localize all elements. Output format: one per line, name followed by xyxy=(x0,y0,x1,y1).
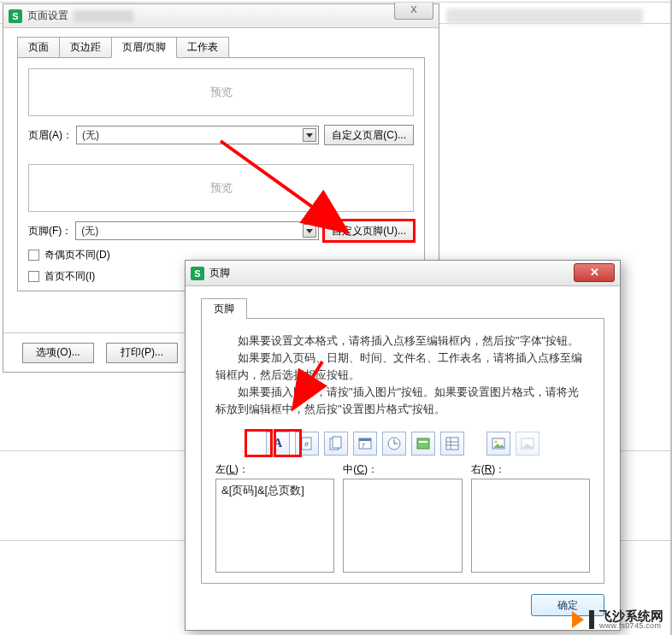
total-pages-button[interactable] xyxy=(324,432,348,456)
instruction-1: 如果要设置文本格式，请将插入点移至编辑框内，然后按"字体"按钮。 xyxy=(215,332,590,350)
instruction-2: 如果要加入页码、日期、时间、文件名、工作表名，请将插入点移至编辑框内，然后选择相… xyxy=(215,350,590,384)
custom-footer-button[interactable]: 自定义页脚(U)... xyxy=(324,220,414,241)
header-preview: 预览 xyxy=(28,68,414,116)
time-button[interactable] xyxy=(382,432,406,456)
right-section-label: 右(R)： xyxy=(471,462,590,477)
tab-page[interactable]: 页面 xyxy=(17,37,60,57)
header-label: 页眉(A)： xyxy=(28,128,73,143)
website-watermark: 飞沙系统网 www.fs0745.com xyxy=(572,609,663,630)
right-section-input[interactable] xyxy=(471,479,590,573)
font-button[interactable]: A xyxy=(266,432,290,456)
obscured-title-text xyxy=(74,10,133,22)
format-picture-button[interactable] xyxy=(516,432,539,456)
close-button[interactable]: ✕ xyxy=(574,263,615,282)
total-pages-icon xyxy=(328,436,344,451)
page-setup-tabs: 页面 页边距 页眉/页脚 工作表 xyxy=(17,37,439,57)
chevron-down-icon xyxy=(303,224,316,238)
font-icon: A xyxy=(274,437,282,450)
svg-rect-6 xyxy=(359,438,371,441)
svg-rect-13 xyxy=(446,438,458,450)
first-page-diff-checkbox[interactable] xyxy=(28,271,39,282)
center-section-input[interactable] xyxy=(343,479,462,573)
svg-rect-12 xyxy=(419,441,427,443)
svg-rect-11 xyxy=(417,438,429,449)
obscured-header-text xyxy=(446,9,643,24)
app-icon: S xyxy=(9,9,22,23)
path-icon xyxy=(416,436,431,451)
format-picture-icon xyxy=(520,436,535,451)
tab-margin[interactable]: 页边距 xyxy=(59,37,112,57)
header-combo[interactable]: (无) xyxy=(76,126,319,144)
close-icon: X xyxy=(410,4,416,15)
watermark-url: www.fs0745.com xyxy=(599,622,663,630)
svg-text:#: # xyxy=(304,440,309,449)
odd-even-diff-label: 奇偶页不同(D) xyxy=(44,248,110,262)
sheet-icon xyxy=(445,436,460,451)
options-button[interactable]: 选项(O)... xyxy=(22,343,94,363)
header-combo-value: (无) xyxy=(82,128,99,143)
page-number-icon: # xyxy=(299,436,315,451)
tab-footer[interactable]: 页脚 xyxy=(201,298,247,319)
chevron-down-icon xyxy=(303,128,316,142)
page-setup-titlebar[interactable]: S 页面设置 X xyxy=(3,4,439,28)
custom-header-button[interactable]: 自定义页眉(C)... xyxy=(324,125,414,145)
date-button[interactable]: 7 xyxy=(353,432,377,456)
left-section-input[interactable]: &[页码]&[总页数] xyxy=(215,479,334,573)
insert-picture-icon xyxy=(491,436,506,451)
footer-preview: 预览 xyxy=(28,164,414,212)
tab-header-footer[interactable]: 页眉/页脚 xyxy=(111,37,177,58)
footer-combo[interactable]: (无) xyxy=(75,221,319,240)
page-setup-title: 页面设置 xyxy=(27,9,68,23)
sheet-name-button[interactable] xyxy=(440,432,464,456)
footer-dialog-titlebar[interactable]: S 页脚 ✕ xyxy=(186,261,620,286)
svg-text:7: 7 xyxy=(362,443,365,449)
insert-picture-button[interactable] xyxy=(486,432,510,456)
first-page-diff-label: 首页不同(I) xyxy=(44,269,95,284)
time-icon xyxy=(386,436,402,451)
footer-combo-value: (无) xyxy=(81,224,98,238)
odd-even-diff-checkbox[interactable] xyxy=(28,250,39,261)
app-icon: S xyxy=(191,267,204,280)
instruction-3: 如果要插入图片，请按"插入图片"按钮。如果要设置图片格式，请将光标放到编辑框中，… xyxy=(215,384,590,418)
left-section-label: 左(L)： xyxy=(215,462,334,477)
page-number-button[interactable]: # xyxy=(295,432,319,456)
close-button[interactable]: X xyxy=(394,3,433,20)
tab-sheet[interactable]: 工作表 xyxy=(176,37,229,57)
svg-rect-4 xyxy=(333,437,341,448)
svg-point-18 xyxy=(495,441,498,444)
print-button[interactable]: 打印(P)... xyxy=(106,343,178,363)
footer-toolbar: A # 7 xyxy=(215,432,590,456)
center-section-label: 中(C)： xyxy=(343,462,462,477)
watermark-logo-bar xyxy=(589,610,594,629)
header-footer-panel: 预览 页眉(A)： (无) 自定义页眉(C)... 预览 页脚(F)： (无) … xyxy=(17,57,425,291)
footer-panel: 如果要设置文本格式，请将插入点移至编辑框内，然后按"字体"按钮。 如果要加入页码… xyxy=(201,318,604,584)
watermark-logo-icon xyxy=(572,611,584,628)
watermark-name: 飞沙系统网 xyxy=(599,609,663,622)
footer-dialog: S 页脚 ✕ 页脚 如果要设置文本格式，请将插入点移至编辑框内，然后按"字体"按… xyxy=(185,260,621,631)
file-path-button[interactable] xyxy=(411,432,435,456)
footer-dialog-title: 页脚 xyxy=(209,266,230,280)
date-icon: 7 xyxy=(357,436,373,451)
close-icon: ✕ xyxy=(590,266,599,279)
footer-label: 页脚(F)： xyxy=(28,224,72,238)
